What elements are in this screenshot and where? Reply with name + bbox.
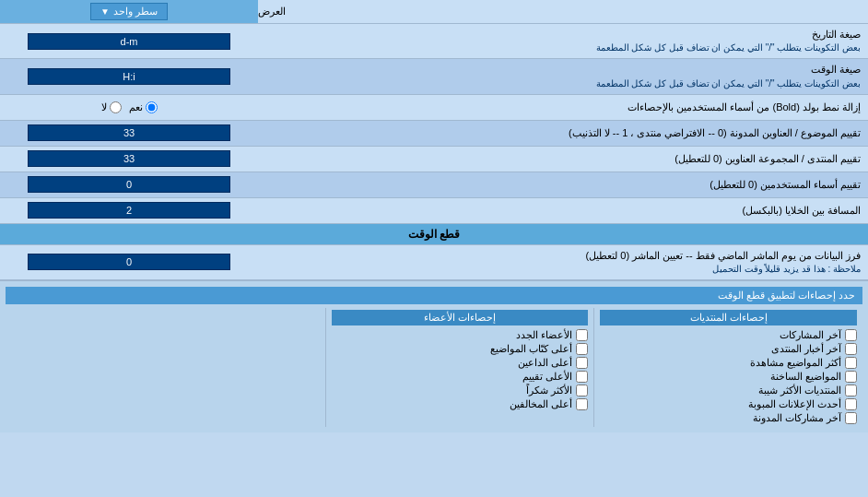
bold-radio-no[interactable]: لا [101,101,122,113]
checkboxes-section: حدد إحصاءات لتطبيق قطع الوقت إحصاءات الم… [0,280,868,432]
dropdown-button[interactable]: سطر واحد ▼ [90,3,168,20]
checkbox-forum-news: آخر أخبار المنتدى [600,342,857,356]
col-divider [593,308,594,427]
checkbox-top-violators: أعلى المخالفين [332,397,589,411]
checkbox-new-members-input[interactable] [576,329,588,341]
row-time-format: صيغة الوقت بعض التكوينات يتطلب "/" التي … [0,59,868,94]
dropdown-arrow-icon: ▼ [100,6,110,17]
row-forum-order: تقييم المنتدى / المجموعة العناوين (0 للت… [0,147,868,172]
forum-order-input[interactable] [28,150,230,167]
bold-radio-no-input[interactable] [110,101,122,113]
bold-radio-yes[interactable]: نعم [129,101,158,113]
checkbox-most-viewed-label: أكثر المواضيع مشاهدة [750,357,841,369]
checkbox-latest-ads: أحدث الإعلانات المبوبة [600,397,857,411]
bold-radio-yes-input[interactable] [146,101,158,113]
checkbox-top-inviters-input[interactable] [576,357,588,369]
forum-order-input-cell [0,148,258,170]
time-filter-input-cell [0,251,258,273]
bold-remove-input-cell: نعم لا [0,99,258,116]
col-divider-2 [325,308,326,427]
col-forums: إحصاءات المنتديات آخر المشاركات آخر أخبا… [594,308,862,427]
checkbox-most-popular-input[interactable] [845,385,857,396]
time-filter-input[interactable] [28,254,230,270]
col-right-label [6,308,325,427]
row-cell-gap: المسافة بين الخلايا (بالبكسل) [0,198,868,224]
checkbox-forum-news-input[interactable] [845,343,857,355]
checkbox-top-rated: الأعلى تقييم [332,370,589,384]
header-right-label: العرض [258,0,868,23]
checkbox-most-thankful-input[interactable] [576,385,588,396]
checkbox-top-inviters: أعلى الداعين [332,356,589,370]
cell-gap-input-cell [0,199,258,221]
checkbox-blog-posts-input[interactable] [845,412,857,424]
checkbox-most-thankful-label: الأكثر شكراً [526,385,572,396]
cell-gap-label: المسافة بين الخلايا (بالبكسل) [258,200,868,221]
users-order-input[interactable] [28,176,230,193]
checkbox-new-members-label: الأعضاء الجدد [516,329,572,341]
header-title: العرض [258,6,286,18]
checkbox-top-writers: أعلى كتّاب المواضيع [332,342,589,356]
date-format-label: صيغة التاريخ بعض التكوينات يتطلب "/" الت… [258,24,868,58]
checkbox-most-popular-label: المنتديات الأكثر شيبة [758,385,841,396]
row-date-format: صيغة التاريخ بعض التكوينات يتطلب "/" الت… [0,24,868,59]
time-section-header: قطع الوقت [0,224,868,245]
checkbox-most-thankful: الأكثر شكراً [332,384,589,397]
time-format-input[interactable] [28,68,230,85]
checkbox-most-viewed-input[interactable] [845,357,857,369]
time-format-input-cell [0,65,258,88]
bold-radio-yes-label: نعم [129,101,143,113]
topic-order-input-cell [0,122,258,144]
header-left-dropdown[interactable]: سطر واحد ▼ [0,0,258,23]
checkbox-most-viewed: أكثر المواضيع مشاهدة [600,356,857,370]
checkbox-top-violators-input[interactable] [576,398,588,410]
row-time-filter: فرز البيانات من يوم الماشر الماضي فقط --… [0,245,868,280]
checkbox-latest-ads-label: أحدث الإعلانات المبوبة [748,398,841,410]
main-container: العرض سطر واحد ▼ صيغة التاريخ بعض التكوي… [0,0,868,432]
row-bold-remove: إزالة نمط بولد (Bold) من أسماء المستخدمي… [0,95,868,121]
checkbox-top-writers-label: أعلى كتّاب المواضيع [490,343,572,355]
col-members-header: إحصاءات الأعضاء [332,310,589,325]
checkbox-blog-posts-label: آخر مشاركات المدونة [753,412,841,424]
cell-gap-input[interactable] [28,202,230,219]
checkbox-top-rated-input[interactable] [576,371,588,383]
checkbox-last-posts: آخر المشاركات [600,328,857,342]
checkbox-forum-news-label: آخر أخبار المنتدى [771,343,841,355]
checkbox-last-posts-label: آخر المشاركات [780,329,841,341]
checkbox-most-popular: المنتديات الأكثر شيبة [600,384,857,397]
checkbox-top-inviters-label: أعلى الداعين [518,357,572,369]
col-forums-header: إحصاءات المنتديات [600,310,857,325]
checkbox-latest-ads-input[interactable] [845,398,857,410]
bold-radio-no-label: لا [101,101,107,113]
checkbox-blog-posts: آخر مشاركات المدونة [600,411,857,425]
checkbox-top-writers-input[interactable] [576,343,588,355]
checkbox-top-violators-label: أعلى المخالفين [510,398,572,410]
checkbox-new-members: الأعضاء الجدد [332,328,589,342]
bold-radio-group: نعم لا [101,101,158,113]
col-members: إحصاءات الأعضاء الأعضاء الجدد أعلى كتّاب… [326,308,594,427]
time-filter-label: فرز البيانات من يوم الماشر الماضي فقط --… [258,245,868,279]
checkbox-hot-topics-label: المواضيع الساخنة [770,371,841,383]
date-format-input-cell [0,30,258,53]
date-format-input[interactable] [28,33,230,50]
topic-order-input[interactable] [28,124,230,141]
checkbox-top-rated-label: الأعلى تقييم [522,371,572,383]
forum-order-label: تقييم المنتدى / المجموعة العناوين (0 للت… [258,148,868,170]
row-topic-order: تقييم الموضوع / العناوين المدونة (0 -- ا… [0,121,868,147]
checkboxes-header: حدد إحصاءات لتطبيق قطع الوقت [6,287,862,304]
row-users-order: تقييم أسماء المستخدمين (0 للتعطيل) [0,172,868,198]
bold-remove-label: إزالة نمط بولد (Bold) من أسماء المستخدمي… [258,97,868,118]
checkbox-hot-topics: المواضيع الساخنة [600,370,857,384]
users-order-input-cell [0,173,258,195]
header-row: العرض سطر واحد ▼ [0,0,868,24]
checkbox-last-posts-input[interactable] [845,329,857,341]
dropdown-label: سطر واحد [113,6,158,18]
topic-order-label: تقييم الموضوع / العناوين المدونة (0 -- ا… [258,123,868,144]
users-order-label: تقييم أسماء المستخدمين (0 للتعطيل) [258,174,868,195]
time-format-label: صيغة الوقت بعض التكوينات يتطلب "/" التي … [258,59,868,93]
checkboxes-grid: إحصاءات المنتديات آخر المشاركات آخر أخبا… [6,308,862,427]
checkbox-hot-topics-input[interactable] [845,371,857,383]
